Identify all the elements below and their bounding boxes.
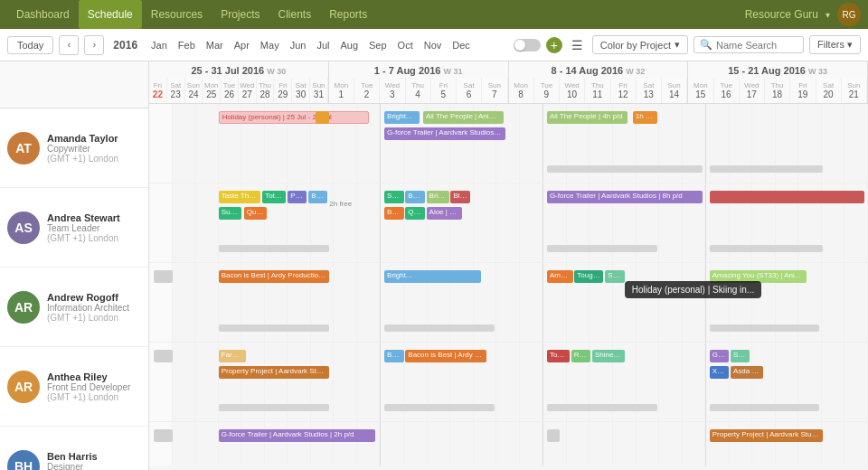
task-gforc-anthea[interactable]: G-forc... [710,350,729,362]
task-prope[interactable]: Prope... [288,191,306,203]
week-block-31: 1 - 7 Aug 2016 W 31 Mon1 Tue2 Wed3 Thu4 … [329,61,509,103]
add-button[interactable]: + [546,37,562,53]
toggle-track[interactable] [514,39,541,52]
task-brightstar[interactable]: Bright Star App [427,191,449,203]
avail-anthea-w30 [219,404,330,411]
task-bright-aug1[interactable]: Bright... [384,111,420,124]
schedule-scroll[interactable]: Holiday (personal) | 25 Jul - 29 Jul [149,104,868,465]
task-gforce-ben[interactable]: G-force Trailer | Aardvark Studios | 2h … [219,429,376,442]
task-tough-anthea[interactable]: Tough... [547,350,570,362]
day-sun-21: Sun21 [842,78,867,103]
nav-dashboard[interactable]: Dashboard [7,0,79,29]
task-suppo-w31[interactable]: Suppo... [384,191,403,203]
person-info: Amanda Taylor Copywriter (GMT +1) London [47,133,141,164]
task-farmi[interactable]: Farmi... [219,350,247,362]
person-row-andrea-stewart[interactable]: AS Andrea Stewart Team Leader (GMT +1) L… [0,188,148,268]
search-box[interactable]: 🔍 [693,36,804,53]
filters-chevron: ▾ [847,39,853,50]
avail-andrew-w30 [219,324,330,332]
search-input[interactable] [716,40,797,51]
task-xstar-anthea[interactable]: X-Star [710,366,729,379]
task-shine-anthea2[interactable]: Shine... [731,350,750,362]
month-jul[interactable]: Jul [312,38,334,52]
task-tougher-w32[interactable]: Tougher Than T... [574,270,603,283]
person-avatar: AR [7,291,40,324]
avail-anthea-w33 [710,404,820,411]
task-gforce-trailer[interactable]: G-force Trailer | Aardvark Studios | 4h … [384,127,505,140]
next-arrow[interactable]: › [84,35,104,55]
brand-arrow[interactable]: ▾ [826,10,830,20]
filters-button[interactable]: Filters ▾ [809,35,861,54]
person-row-andrew-rogoff[interactable]: AR Andrew Rogoff Information Architect (… [0,268,148,347]
month-jan[interactable]: Jan [146,38,172,52]
task-amaz-w32[interactable]: Amaz... [547,270,573,283]
task-bright-w31[interactable]: Bright... [405,191,424,203]
task-w33-andrea[interactable] [710,191,865,203]
nav-clients[interactable]: Clients [269,0,320,29]
day-headers-w30: Fri22 Sat23 Sun24 Mon25 Tue26 Wed27 Thu2… [149,78,328,103]
view-toggle[interactable] [514,39,541,52]
user-avatar[interactable]: RG [837,3,861,26]
task-aloe-w31[interactable]: Aloe | 4h p/d [427,207,462,220]
task-bright-andrew-w31[interactable]: Bright... [384,270,481,283]
month-dec[interactable]: Dec [448,38,475,52]
task-suppo[interactable]: Suppo... [219,207,242,220]
month-nov[interactable]: Nov [420,38,447,52]
person-row-anthea-riley[interactable]: AR Anthea Riley Front End Developer (GMT… [0,347,148,427]
task-quince-andrea[interactable]: Quince... [244,207,268,220]
color-by-button[interactable]: Color by Project ▾ [592,35,688,54]
prev-arrow[interactable]: ‹ [59,35,79,55]
task-bright-andrea[interactable]: Bright... [308,191,326,203]
task-quincy-w31[interactable]: Quincy [405,207,424,220]
month-mar[interactable]: Mar [202,38,228,52]
task-anthea-gray1[interactable] [154,350,172,362]
task-gforce-andrea[interactable]: G-force Trailer | Aardvark Studios | 8h … [547,191,703,203]
task-bacon-andy[interactable]: Bacon is Best | Ardy Productions | 4h p/… [219,270,330,283]
month-feb[interactable]: Feb [174,38,200,52]
person-role: Team Leader [47,223,141,233]
nav-projects[interactable]: Projects [212,0,269,29]
task-bacon-anthea[interactable]: Bacon is Best | Ardy Productions | 6h p/… [405,350,486,362]
toolbar: Today ‹ › 2016 Jan Feb Mar Apr May Jun J… [0,29,868,61]
schedule-row-amanda: Holiday (personal) | 25 Jul - 29 Jul [149,104,868,183]
task-ben-gray1[interactable] [154,429,172,442]
task-ben-gray2[interactable] [547,429,560,442]
search-icon: 🔍 [700,39,712,51]
task-andrew-gray1[interactable] [154,270,172,283]
month-jun[interactable]: Jun [286,38,311,52]
task-taste-nectar[interactable]: Taste The Nectar [219,191,260,203]
task-shine-anthea[interactable]: Shine Bright | P... [592,350,625,362]
task-bacon-w31[interactable]: Bacon... [384,207,403,220]
month-oct[interactable]: Oct [393,38,418,52]
andrea-free-label: 2h free [329,200,352,208]
task-shine-w32[interactable]: Shine... [605,270,624,283]
task-allpeople-w32[interactable]: All The People | 4h p/d [547,111,627,124]
calendar-grid: 25 - 31 Jul 2016 W 30 Fri22 Sat23 Sun24 … [149,61,868,470]
task-property[interactable]: Property Project | Aardvark Studio... [219,366,330,379]
task-allpeople[interactable]: All The People | Animatrix | 4h p/d [423,111,504,124]
task-property-ben[interactable]: Property Project | Aardvark Studios... J… [710,429,823,442]
task-totally[interactable]: Totally... [262,191,286,203]
day-sat-6: Sat6 [457,78,482,103]
day-tue-2: Tue2 [354,78,380,103]
task-asda-anthea[interactable]: Asda | 8h p/d [731,366,763,379]
task-1hp-w32[interactable]: 1h p/d [633,111,657,124]
task-bright-anthea[interactable]: Bright. [384,350,403,362]
month-sep[interactable]: Sep [364,38,392,52]
person-row-amanda-taylor[interactable]: AT Amanda Taylor Copywriter (GMT +1) Lon… [0,108,148,188]
avail-andrew-w33 [710,324,820,332]
task-reach-anthea[interactable]: Reach... [571,350,590,362]
nav-resources[interactable]: Resources [142,0,212,29]
month-may[interactable]: May [256,38,284,52]
month-aug[interactable]: Aug [335,38,363,52]
nav-reports[interactable]: Reports [320,0,376,29]
today-button[interactable]: Today [7,36,53,54]
person-row-ben-harris[interactable]: BH Ben Harris Designer (GMT +1) London [0,427,148,470]
task-blackke[interactable]: Black Ke... [450,191,469,203]
task-amanda-1[interactable] [316,111,329,124]
list-icon[interactable]: ☰ [568,36,587,54]
task-holiday-amanda[interactable]: Holiday (personal) | 25 Jul - 29 Jul [219,111,369,124]
day-mon-15: Mon15 [688,78,713,103]
month-apr[interactable]: Apr [230,38,254,52]
nav-schedule[interactable]: Schedule [79,0,142,29]
